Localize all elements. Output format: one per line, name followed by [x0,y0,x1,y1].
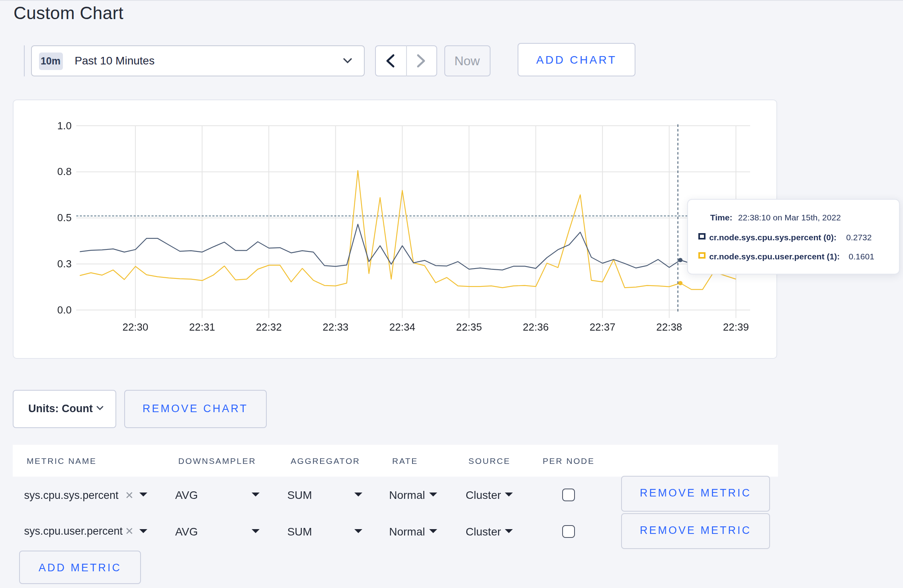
svg-text:22:30: 22:30 [122,321,148,333]
svg-text:22:32: 22:32 [256,321,282,333]
svg-text:22:37: 22:37 [590,321,616,333]
svg-text:22:39: 22:39 [723,321,749,333]
svg-text:22:31: 22:31 [189,321,215,333]
svg-text:22:34: 22:34 [389,321,415,333]
svg-text:0.8: 0.8 [57,165,72,177]
svg-text:22:35: 22:35 [456,321,482,333]
svg-text:0.0: 0.0 [57,304,72,315]
svg-text:22:38: 22:38 [656,321,682,333]
svg-text:1.0: 1.0 [57,119,72,131]
svg-text:22:36: 22:36 [523,321,549,333]
svg-text:0.3: 0.3 [57,258,72,270]
svg-text:22:33: 22:33 [322,321,348,333]
svg-text:0.5: 0.5 [57,212,72,224]
